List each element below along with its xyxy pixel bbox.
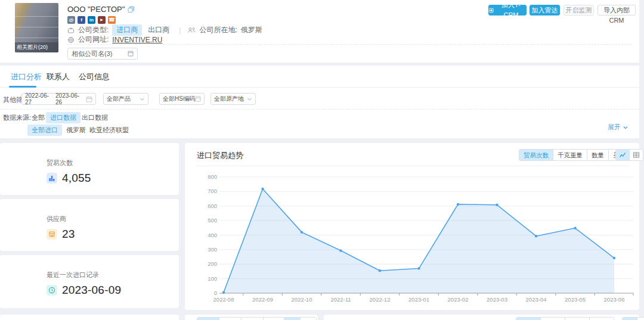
hs-code-box[interactable]: 全部HS编码 — [159, 93, 205, 105]
company-name: OOO "PECTOP" — [67, 5, 125, 14]
date-range-picker[interactable]: 2022-06-27 2023-06-26 — [21, 93, 96, 105]
location-value: 俄罗斯 — [241, 25, 262, 35]
company-photo[interactable]: 相关图片(20) — [15, 3, 58, 52]
panel-icon — [128, 51, 134, 57]
table-icon[interactable] — [629, 150, 643, 160]
similar-company-box[interactable]: 相似公司名(3) — [67, 48, 138, 60]
calendar-icon — [86, 96, 92, 102]
chevron-down-icon — [247, 97, 252, 102]
chevron-down-icon — [623, 125, 628, 131]
svg-text:2022-11: 2022-11 — [330, 296, 351, 303]
website-link[interactable]: INVENTIVE.RU — [112, 36, 162, 44]
linkedin-icon[interactable]: in — [88, 16, 95, 24]
stat-value: 23 — [62, 228, 75, 241]
website-label: 公司网址: — [78, 35, 109, 45]
tab-divider — [0, 87, 639, 88]
date-start: 2022-06-27 — [25, 92, 55, 105]
svg-text:2022-12: 2022-12 — [370, 296, 391, 303]
view-toggle-group — [284, 317, 317, 320]
metric-button[interactable] — [263, 318, 285, 320]
svg-text:2022-09: 2022-09 — [252, 296, 273, 303]
expand-label: 展开 — [608, 123, 621, 132]
view-toggle-group — [615, 149, 643, 161]
company-type-label: 公司类型: — [78, 25, 109, 35]
metric-button[interactable] — [540, 318, 565, 320]
tab-contacts[interactable]: 联系人 — [47, 72, 70, 82]
phone-icon[interactable]: ☎ — [108, 16, 116, 24]
metric-button-qty[interactable]: 数量 — [587, 150, 608, 160]
analysis-section: 进口分析 联系人 公司信息 其他筛选: 2022-06-27 2023-06-2… — [0, 66, 639, 138]
panel-icon — [195, 96, 201, 102]
bottom-left-card — [0, 315, 179, 320]
copy-icon[interactable] — [128, 6, 135, 13]
import-crm-button[interactable]: 导入内部CRM — [597, 5, 636, 15]
social-icons: @ f in ▶ ☎ — [67, 16, 116, 24]
location-label: 公司所在地: — [199, 25, 237, 35]
website-icon[interactable]: @ — [67, 16, 75, 24]
people-icon — [188, 27, 196, 33]
svg-text:0: 0 — [214, 290, 217, 296]
svg-text:2023-03: 2023-03 — [487, 296, 507, 303]
bottom-right-card — [324, 315, 639, 320]
svg-text:2023-04: 2023-04 — [526, 296, 547, 303]
svg-text:2023-02: 2023-02 — [448, 296, 469, 303]
date-end: 2023-06-26 — [55, 92, 86, 105]
metric-button-trades[interactable]: 贸易次数 — [519, 150, 553, 160]
bar-chart-icon — [47, 173, 57, 184]
stat-value: 4,055 — [62, 172, 91, 185]
svg-text:800: 800 — [208, 173, 217, 180]
svg-text:2023-01: 2023-01 — [408, 296, 429, 303]
metric-button[interactable] — [219, 318, 241, 320]
tcrm-icon — [489, 8, 494, 13]
data-source-label: 数据来源: — [3, 113, 31, 122]
svg-text:400: 400 — [208, 232, 217, 238]
stat-card-last-import: 最近一次进口记录 2023-06-09 — [0, 255, 179, 308]
expand-toggle[interactable]: 展开 — [608, 123, 628, 132]
svg-text:100: 100 — [208, 275, 217, 282]
trend-chart: 01002003004005006007008002022-082022-092… — [197, 170, 635, 306]
metric-button[interactable] — [565, 318, 589, 320]
chart-title: 进口贸易趋势 — [197, 150, 243, 161]
stat-label: 贸易次数 — [47, 159, 91, 167]
origin-select-value: 全部原产地 — [214, 95, 244, 103]
sub-eaeu[interactable]: 欧亚经济联盟 — [85, 125, 133, 136]
company-header: 相关图片(20) OOO "PECTOP" @ f in ▶ ☎ 公司类型: 进… — [0, 0, 639, 63]
briefcase-icon — [67, 27, 75, 34]
source-export[interactable]: 出口数据 — [78, 112, 112, 123]
product-select[interactable]: 全部产品 — [103, 93, 148, 105]
tab-company-info[interactable]: 公司信息 — [79, 72, 110, 82]
line-chart-icon[interactable] — [616, 150, 629, 160]
facebook-icon[interactable]: f — [78, 16, 85, 24]
start-monitor-button[interactable]: 开启监测 — [564, 5, 594, 15]
metric-button[interactable] — [197, 318, 219, 320]
globe-icon — [67, 36, 75, 44]
table-icon[interactable] — [300, 318, 316, 320]
table-icon[interactable] — [637, 318, 644, 320]
line-chart-icon[interactable] — [284, 318, 300, 320]
stat-label: 最近一次进口记录 — [47, 271, 121, 279]
metric-button[interactable] — [516, 318, 540, 320]
stat-card-trades: 贸易次数 4,055 — [0, 143, 179, 195]
metric-button[interactable] — [589, 318, 614, 320]
origin-select[interactable]: 全部原产地 — [210, 93, 256, 105]
source-import[interactable]: 进口数据 — [46, 112, 80, 123]
photo-caption: 相关图片(20) — [15, 42, 58, 52]
similar-company-label: 相似公司名(3) — [72, 49, 112, 58]
add-tcrm-button[interactable]: 加入T-CRM — [488, 5, 527, 15]
stat-label: 供应商 — [47, 215, 75, 223]
bottom-middle-card — [185, 315, 318, 320]
svg-text:200: 200 — [208, 260, 217, 267]
svg-text:2023-05: 2023-05 — [565, 296, 586, 303]
metric-button-group — [516, 317, 614, 320]
metric-button-kg[interactable]: 千克重量 — [553, 150, 587, 160]
view-toggle-group — [622, 317, 644, 320]
shop-icon — [47, 229, 57, 240]
product-select-value: 全部产品 — [107, 95, 131, 103]
line-chart-icon[interactable] — [623, 318, 637, 320]
sub-all-import[interactable]: 全部进口 — [27, 125, 62, 136]
metric-button[interactable] — [241, 318, 263, 320]
svg-text:2022-08: 2022-08 — [213, 296, 234, 303]
add-radar-button[interactable]: 加入雷达 — [530, 5, 560, 15]
tab-import-analysis[interactable]: 进口分析 — [11, 72, 42, 82]
youtube-icon[interactable]: ▶ — [98, 16, 106, 24]
